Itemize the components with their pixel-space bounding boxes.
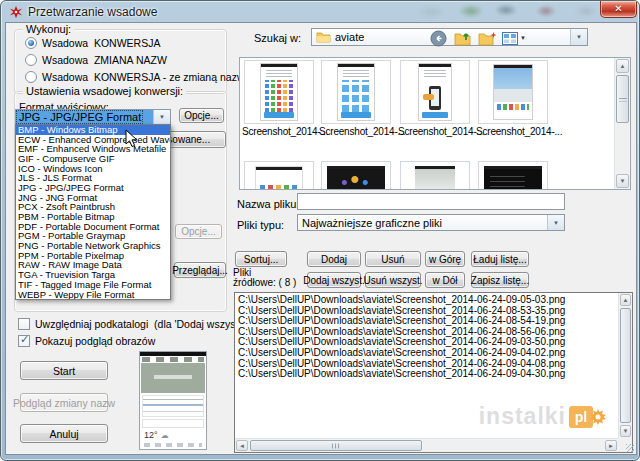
- move-down-label: w Dół: [432, 275, 457, 286]
- filelist-hscrollbar[interactable]: ◄ ►: [235, 438, 618, 452]
- mouse-cursor-icon: [125, 129, 138, 148]
- preview-statusbar: [140, 352, 206, 356]
- radio-batch-rename[interactable]: Wsadowa ZMIANA NAZW: [25, 54, 167, 66]
- radio-dot-2: [25, 71, 37, 83]
- thumbnail-image: [415, 166, 455, 190]
- browse-button[interactable]: Przeglądaj...: [174, 262, 226, 278]
- source-files-listbox: C:\Users\DellUP\Downloads\aviate\Screens…: [234, 292, 633, 453]
- start-label: Start: [53, 365, 75, 377]
- thumbnail-image: [337, 63, 375, 121]
- save-list-label: Zapisz listę...: [471, 275, 529, 286]
- format-options-button[interactable]: Opcje...: [179, 108, 224, 123]
- thumbnail-frame: [400, 60, 470, 124]
- filetype-combobox-arrow-icon[interactable]: ▼: [547, 215, 564, 230]
- thumbnail-item[interactable]: Screenshot_2014-...: [398, 60, 472, 137]
- filelist-vscrollbar[interactable]: ▲ ▼: [618, 293, 632, 438]
- radio-label: Wsadowa KONWERSJA: [42, 37, 160, 49]
- scroll-left-icon[interactable]: ◄: [236, 440, 248, 451]
- preview-temperature: 12° ☁: [144, 430, 169, 440]
- cloud-icon: ☁: [161, 431, 169, 440]
- thumbnail-item[interactable]: [398, 161, 472, 190]
- source-file-entry[interactable]: C:\Users\DellUP\Downloads\aviate\Screens…: [238, 369, 616, 380]
- irfanview-app-icon: [9, 5, 23, 19]
- add-button[interactable]: Dodaj: [307, 251, 361, 267]
- back-arrow-icon: [430, 30, 447, 47]
- image-preview-pane: 12° ☁: [139, 351, 207, 450]
- checkbox-box-0: [18, 318, 30, 330]
- thumbnail-item[interactable]: Screenshot_2014-...: [319, 60, 393, 137]
- preview-tabs: [142, 357, 204, 362]
- scroll-up-icon[interactable]: ▲: [616, 59, 629, 73]
- show-preview-checkbox[interactable]: Pokazuj podgląd obrazów: [18, 335, 155, 347]
- move-up-label: w Górę: [429, 254, 461, 265]
- remove-all-button[interactable]: Usuń wszyst.: [365, 272, 421, 288]
- radio-dot-0: [25, 37, 37, 49]
- filetype-value: Najważniejsze graficzne pliki: [298, 217, 442, 229]
- folder-combobox[interactable]: aviate ▼: [311, 28, 588, 46]
- secondary-options-label: Opcje...: [181, 226, 215, 237]
- preview-footer-icons: [144, 443, 202, 447]
- resize-grip[interactable]: [626, 444, 634, 452]
- preview-card: [142, 419, 204, 428]
- radio-batch-conversion[interactable]: Wsadowa KONWERSJA: [25, 37, 160, 49]
- scrollbar-thumb[interactable]: [616, 75, 629, 123]
- watermark: instalki pl: [479, 403, 608, 430]
- folder-value: aviate: [331, 31, 364, 43]
- add-all-button[interactable]: Dodaj wszyst.: [307, 272, 361, 288]
- save-list-button[interactable]: Zapisz listę...: [471, 272, 529, 288]
- thumbnail-frame: [244, 161, 314, 190]
- source-file-lines: C:\Users\DellUP\Downloads\aviate\Screens…: [238, 295, 616, 380]
- include-subfolders-checkbox[interactable]: Uwzględniaj podkatalogi (dla 'Dodaj wszy…: [18, 318, 247, 330]
- checkbox-box-1: [18, 335, 30, 347]
- thumbnail-item[interactable]: [476, 161, 550, 190]
- preview-card: [142, 395, 204, 417]
- thumbnail-image: [255, 166, 303, 190]
- format-dropdown-item[interactable]: TIF - Tagged Image File Format: [16, 280, 170, 290]
- thumbnail-frame: [400, 161, 470, 190]
- scroll-down-icon[interactable]: ▼: [616, 174, 629, 188]
- format-dropdown-item[interactable]: WEBP - Weppy File Format: [16, 289, 170, 299]
- scroll-up-icon[interactable]: ▲: [620, 294, 631, 306]
- output-format-combobox[interactable]: JPG - JPG/JPEG Format ▼: [15, 109, 171, 125]
- thumbnail-item[interactable]: Screenshot_2014-...: [242, 60, 316, 137]
- folder-combobox-arrow-icon[interactable]: ▼: [570, 29, 587, 45]
- scrollbar-thumb[interactable]: [250, 440, 422, 451]
- source-files-label-line2: źródłowe: ( 8 ): [233, 277, 296, 288]
- cancel-button[interactable]: Anuluj: [20, 424, 108, 443]
- filetype-combobox[interactable]: Najważniejsze graficzne pliki ▼: [297, 214, 565, 231]
- titlebar[interactable]: Przetwarzanie wsadowe: [1, 1, 639, 22]
- remove-button[interactable]: Usuń: [365, 251, 421, 267]
- thumbnail-image: [260, 63, 298, 121]
- radio-label: Wsadowa ZMIANA NAZW: [42, 54, 167, 66]
- format-dropdown-list: BMP - Windows BitmapECW - Enhanced Compr…: [15, 124, 171, 300]
- source-file-entry[interactable]: C:\Users\DellUP\Downloads\aviate\Screens…: [238, 348, 616, 359]
- scroll-down-icon[interactable]: ▼: [620, 425, 631, 437]
- source-file-entry[interactable]: C:\Users\DellUP\Downloads\aviate\Screens…: [238, 295, 616, 306]
- thumbnail-image: [493, 64, 533, 120]
- close-button[interactable]: ✕: [600, 1, 637, 18]
- thumbnail-item[interactable]: Screenshot_2014-...: [476, 60, 550, 137]
- move-down-button[interactable]: w Dół: [425, 272, 465, 288]
- output-format-value: JPG - JPG/JPEG Format: [16, 110, 143, 124]
- combobox-arrow-icon[interactable]: ▼: [153, 110, 170, 124]
- rename-preview-button: Podgląd zmiany nazw: [20, 393, 108, 412]
- new-folder-button[interactable]: [476, 29, 498, 47]
- window-title: Przetwarzanie wsadowe: [28, 5, 157, 19]
- browse-label: Przeglądaj...: [172, 265, 228, 276]
- load-list-button[interactable]: Ładuj listę...: [471, 251, 529, 267]
- up-one-level-button[interactable]: [453, 29, 473, 47]
- add-label: Dodaj: [321, 254, 347, 265]
- thumbnail-item[interactable]: [319, 161, 393, 190]
- filename-input[interactable]: [297, 193, 565, 210]
- thumbnail-frame: [478, 161, 548, 190]
- move-up-button[interactable]: w Górę: [425, 251, 465, 267]
- sort-button[interactable]: Sortuj...: [235, 251, 287, 267]
- start-button[interactable]: Start: [20, 361, 108, 380]
- preview-temp-value: 12°: [144, 430, 158, 440]
- scroll-right-icon[interactable]: ►: [605, 440, 617, 451]
- back-button[interactable]: [428, 29, 448, 47]
- scrollbar-thumb[interactable]: [620, 308, 631, 423]
- thumbnail-scrollbar[interactable]: ▲ ▼: [614, 58, 630, 189]
- view-menu-button[interactable]: ▼: [500, 29, 528, 47]
- thumbnail-item[interactable]: [242, 161, 316, 190]
